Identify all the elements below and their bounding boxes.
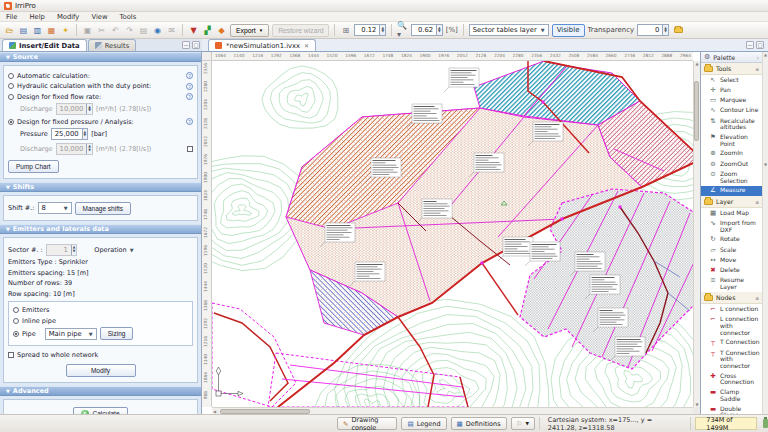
manage-shifts-button[interactable]: Manage shifts: [75, 202, 131, 215]
section-shifts[interactable]: ▼Shifts: [0, 182, 201, 192]
snap-spinner[interactable]: 0.12▲▼: [354, 24, 386, 36]
tool-item-cross-connection[interactable]: ✚Cross Connection: [701, 371, 762, 387]
section-advanced[interactable]: ▼Advanced: [0, 386, 201, 396]
tool-item-rotate[interactable]: ↻Rotate: [701, 235, 762, 245]
menu-item-tools[interactable]: Tools: [120, 13, 137, 21]
pin-icon[interactable]: ▪: [756, 295, 759, 301]
tool-item-resume-layer[interactable]: ≡Resume Layer: [701, 276, 762, 292]
sizing-button[interactable]: Sizing: [100, 327, 134, 340]
chevron-right-icon[interactable]: ›: [756, 54, 759, 61]
tool-item-pan[interactable]: ✛Pan: [701, 85, 762, 95]
tool-item-measure[interactable]: ∠Measure: [701, 186, 762, 196]
radio-pipe[interactable]: [13, 331, 19, 337]
menu-item-modify[interactable]: Modify: [57, 13, 80, 21]
pin-icon[interactable]: ▪: [756, 199, 759, 205]
redo-icon[interactable]: ↷: [124, 25, 135, 36]
tool-item-zoomin[interactable]: ⊕ZoomIn: [701, 149, 762, 159]
palette-header[interactable]: ⚙ Palette ›: [701, 52, 762, 63]
help-icon[interactable]: ?: [186, 118, 193, 125]
copy-icon[interactable]: ▣: [82, 25, 93, 36]
tool-item-select[interactable]: ↖Select: [701, 75, 762, 85]
drawing-console-button[interactable]: ✎ Drawing console: [337, 417, 397, 430]
calculate-button[interactable]: Calculate: [73, 407, 127, 414]
menu-item-view[interactable]: View: [91, 13, 107, 21]
document-tab[interactable]: *newSimulation1.ivxx ✕: [208, 39, 316, 51]
layer-folder-icon[interactable]: [674, 27, 683, 33]
zoom-dropdown-icon[interactable]: 🔍▾: [397, 25, 408, 36]
radio-fixed-flow[interactable]: [8, 94, 14, 100]
snap-grid-icon[interactable]: ⊞: [340, 25, 351, 36]
group-header-nodes[interactable]: Nodes▪: [701, 292, 762, 304]
save-icon[interactable]: ▤: [18, 25, 29, 36]
save-as-icon[interactable]: ▥: [32, 25, 43, 36]
doc-minimize-button[interactable]: —: [746, 41, 754, 49]
print-icon[interactable]: ▤: [138, 25, 149, 36]
section-emitters[interactable]: ▼Emitters and laterals data: [0, 224, 201, 234]
help-icon[interactable]: ?: [186, 83, 193, 90]
garbage-collect-icon[interactable]: [763, 419, 768, 428]
flag-dropdown-button[interactable]: ⚐ ▼: [511, 417, 535, 430]
definitions-button[interactable]: ▦ Definitions: [451, 417, 507, 430]
discharge2-spinner[interactable]: 10,000▲▼: [56, 143, 93, 155]
web-icon[interactable]: ◉: [152, 25, 163, 36]
panel-minimize-button[interactable]: —: [182, 41, 190, 49]
restore-wizard-button[interactable]: Restore wizard: [272, 24, 329, 37]
sector-info-label[interactable]: [444, 68, 479, 92]
highlight-icon[interactable]: ◆: [216, 25, 227, 36]
radio-automatic-calculation[interactable]: [8, 73, 14, 79]
pin-icon[interactable]: ▪: [756, 66, 759, 72]
discharge2-checkbox[interactable]: [187, 146, 193, 152]
sector-spinner[interactable]: 1▲▼: [46, 244, 78, 256]
map-canvas[interactable]: [212, 61, 693, 407]
tool-item-t-connection-with-connector[interactable]: ┬T Connection with connector: [701, 348, 762, 371]
panel-float-button[interactable]: □: [192, 41, 200, 49]
tool-item-l-connection[interactable]: ⌐L connection: [701, 304, 762, 314]
zoom-spinner[interactable]: 0.62▲▼: [411, 24, 443, 36]
tool-item-move[interactable]: ↔Move: [701, 255, 762, 265]
tool-item-zoom-selection[interactable]: ⊙Zoom Selection: [701, 169, 762, 185]
color-dropdown-icon[interactable]: ▼: [188, 25, 199, 36]
sector-info-label[interactable]: [498, 237, 533, 261]
radio-emitters[interactable]: [13, 307, 19, 313]
radio-fixed-pressure[interactable]: [8, 119, 14, 125]
radio-inline-pipe[interactable]: [13, 318, 19, 324]
canvas-horizontal-scrollbar[interactable]: ◀: [212, 407, 693, 414]
legend-button[interactable]: ▤ Legend: [401, 417, 446, 430]
layer-select[interactable]: Sector tables layer▼: [469, 24, 549, 36]
tips-icon[interactable]: ✦: [60, 25, 71, 36]
tab-insert-edit-data[interactable]: Insert/Edit Data: [2, 39, 87, 51]
operation-dropdown[interactable]: Operation: [94, 246, 126, 254]
help-icon[interactable]: ?: [186, 72, 193, 79]
canvas-vertical-scrollbar[interactable]: ▲▼: [693, 61, 700, 407]
shift-select[interactable]: 8▼: [38, 202, 72, 214]
pump-chart-button[interactable]: Pump Chart: [8, 160, 59, 173]
tool-item-delete[interactable]: ✖Delete: [701, 266, 762, 276]
tool-item-import-from-dxf[interactable]: ⇘Import from DXF: [701, 218, 762, 234]
sector-tool-icon[interactable]: ▞: [202, 25, 213, 36]
tool-item-scale[interactable]: ▱Scale: [701, 245, 762, 255]
menu-item-help[interactable]: Help: [29, 13, 45, 21]
tool-item-elevation-point[interactable]: ⚑Elevation Point: [701, 133, 762, 149]
group-header-layer[interactable]: Layer▪: [701, 196, 762, 208]
tool-item-clamp-saddle[interactable]: ▬Clamp Saddle: [701, 388, 762, 404]
tool-item-t-connection[interactable]: ┬T Connection: [701, 338, 762, 348]
palette-scrollbar[interactable]: ▲▼: [762, 52, 768, 414]
close-document-icon[interactable]: ✕: [304, 42, 309, 49]
tool-item-contour-line[interactable]: ∿Contour Line: [701, 106, 762, 116]
visible-toggle[interactable]: Visible: [552, 24, 585, 37]
export-button[interactable]: Export▼: [230, 24, 269, 37]
help-icon[interactable]: ?: [186, 93, 193, 100]
undo-icon[interactable]: ↶: [110, 25, 121, 36]
group-header-tools[interactable]: Tools▪: [701, 63, 762, 75]
discharge-spinner[interactable]: 10,000▲▼: [56, 103, 93, 115]
radio-duty-point[interactable]: [8, 83, 14, 89]
operation-arrow-icon[interactable]: ▼: [130, 247, 134, 253]
spread-checkbox[interactable]: [8, 352, 14, 358]
mail-icon[interactable]: ✉: [166, 25, 177, 36]
tool-item-l-connection-with-connector[interactable]: ⌐L connection with connector: [701, 315, 762, 338]
tool-item-double-clamp-saddle[interactable]: ▬Double Clamp Saddle: [701, 404, 762, 414]
pipe-type-select[interactable]: Main pipe▼: [45, 328, 97, 340]
report-icon[interactable]: ▦: [46, 25, 57, 36]
tool-item-marquee[interactable]: ▭Marquee: [701, 96, 762, 106]
cut-icon[interactable]: ✂: [96, 25, 107, 36]
